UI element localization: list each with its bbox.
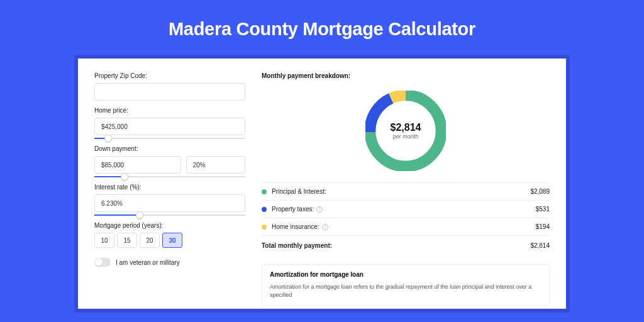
page-title: Madera County Mortgage Calculator (0, 0, 644, 55)
rate-input[interactable] (94, 194, 245, 212)
period-button-10[interactable]: 10 (94, 233, 114, 248)
zip-input[interactable] (94, 83, 245, 101)
dot-tax (262, 207, 267, 212)
rate-slider[interactable] (94, 214, 245, 216)
amortization-box: Amortization for mortgage loan Amortizat… (262, 264, 550, 306)
info-icon[interactable]: ? (316, 206, 323, 213)
donut-chart: $2,814 per month (262, 86, 550, 182)
veteran-toggle[interactable] (94, 258, 111, 267)
rate-label: Interest rate (%): (94, 184, 245, 191)
veteran-label: I am veteran or military (116, 259, 180, 266)
breakdown-column: Monthly payment breakdown: $2,814 per mo… (262, 72, 550, 309)
donut-center: $2,814 per month (378, 103, 433, 158)
veteran-toggle-knob (95, 258, 103, 266)
line-insurance-label: Home insurance: (272, 223, 319, 230)
form-column: Property Zip Code: Home price: Down paym… (94, 72, 245, 309)
info-icon[interactable]: ? (322, 224, 328, 230)
line-principal: Principal & Interest: $2,089 (262, 182, 550, 200)
period-button-15[interactable]: 15 (117, 233, 137, 248)
period-button-group: 10 15 20 30 (94, 233, 245, 248)
line-insurance: Home insurance: ? $194 (262, 218, 550, 235)
price-input[interactable] (94, 118, 245, 135)
line-principal-label: Principal & Interest: (272, 188, 530, 195)
line-tax-label: Property taxes: (272, 206, 314, 213)
down-label: Down payment: (94, 145, 245, 152)
donut-sub: per month (393, 133, 419, 140)
line-tax: Property taxes: ? $531 (262, 200, 550, 218)
period-button-20[interactable]: 20 (140, 233, 160, 248)
line-tax-value: $531 (536, 206, 550, 213)
down-slider-fill (94, 176, 125, 177)
rate-slider-thumb[interactable] (136, 211, 143, 219)
down-percent-input[interactable] (186, 156, 245, 174)
price-label: Home price: (94, 107, 245, 114)
price-slider[interactable] (94, 138, 245, 139)
line-total: Total monthly payment: $2,814 (262, 235, 550, 255)
rate-slider-fill (94, 214, 140, 216)
line-principal-value: $2,089 (530, 188, 550, 195)
amortization-text: Amortization for a mortgage loan refers … (270, 283, 541, 299)
price-slider-thumb[interactable] (104, 135, 112, 142)
down-amount-input[interactable] (94, 156, 181, 174)
period-button-30[interactable]: 30 (162, 233, 182, 248)
line-total-label: Total monthly payment: (262, 242, 530, 249)
line-total-value: $2,814 (530, 242, 550, 249)
zip-label: Property Zip Code: (94, 72, 245, 79)
line-insurance-value: $194 (536, 223, 550, 230)
dot-principal (262, 189, 267, 194)
donut-amount: $2,814 (391, 122, 421, 133)
dot-insurance (262, 225, 267, 230)
calculator-card: Property Zip Code: Home price: Down paym… (74, 55, 570, 313)
down-slider-thumb[interactable] (121, 173, 128, 180)
down-slider[interactable] (94, 176, 245, 177)
breakdown-title: Monthly payment breakdown: (262, 72, 550, 79)
period-label: Mortgage period (years): (94, 222, 245, 229)
amortization-title: Amortization for mortgage loan (270, 271, 541, 278)
